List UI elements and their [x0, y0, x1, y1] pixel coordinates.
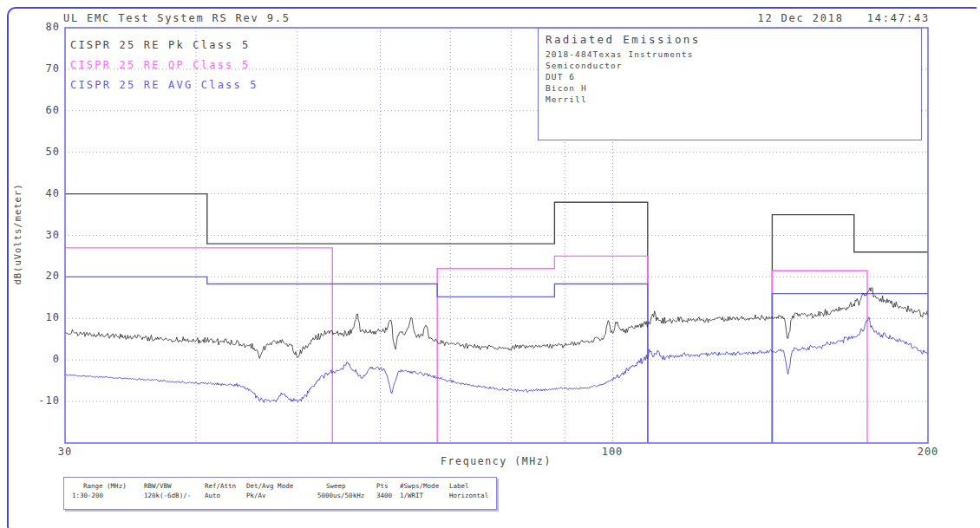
- emc-test-system-window: UL EMC Test System RS Rev 9.5 12 Dec 201…: [7, 7, 977, 528]
- info-box-line: Bicon H: [546, 83, 587, 93]
- settings-column: LabelHorizontal: [449, 481, 488, 500]
- settings-value: 1:30-200: [72, 491, 127, 500]
- settings-header: Label: [449, 481, 488, 491]
- settings-column: Range (MHz)1:30-200: [72, 481, 127, 500]
- settings-value: Horizontal: [449, 491, 488, 500]
- datetime-label: 12 Dec 2018 14:47:43: [668, 12, 930, 24]
- settings-value: Pk/Av: [246, 491, 293, 500]
- y-tick-label: 40: [29, 187, 60, 199]
- window-title: UL EMC Test System RS Rev 9.5: [63, 12, 291, 24]
- legend-item-2: CISPR 25 RE QP Class 5: [70, 59, 250, 71]
- legend-item-1: CISPR 25 RE Pk Class 5: [70, 39, 250, 51]
- settings-header: Ref/Attn: [205, 481, 236, 491]
- settings-column: Ref/AttnAuto: [205, 481, 236, 500]
- limit-line: [772, 215, 928, 443]
- settings-value: Auto: [205, 491, 236, 500]
- settings-column: #Swps/Mode1/WRIT: [400, 481, 439, 500]
- settings-header: #Swps/Mode: [400, 481, 439, 491]
- sweep-settings-table: Range (MHz)1:30-200RBW/VBW120k(-6dB)/-Re…: [63, 477, 497, 510]
- info-box-line: DUT 6: [546, 72, 575, 81]
- limit-line: [772, 294, 928, 443]
- info-box-line: Semiconductor: [546, 61, 623, 70]
- settings-value: 3400: [376, 491, 392, 500]
- limit-line: [772, 271, 867, 443]
- settings-column: RBW/VBW120k(-6dB)/-: [144, 481, 191, 500]
- settings-header: RBW/VBW: [144, 481, 191, 491]
- y-tick-label: 50: [29, 146, 60, 158]
- y-tick-label: 70: [29, 62, 60, 75]
- test-info-box: Radiated Emissions 2018-484Texas Instrum…: [538, 28, 922, 140]
- settings-header: Range (MHz): [83, 481, 127, 491]
- y-tick-label: -10: [29, 394, 60, 407]
- x-axis-label: Frequency (MHz): [366, 455, 626, 467]
- y-tick-label: 20: [29, 270, 60, 282]
- settings-column: Pts3400: [376, 481, 392, 500]
- info-box-line: 2018-484Texas Instruments: [546, 49, 694, 59]
- avg-measured-trace: [65, 317, 928, 403]
- settings-column: Det/Avg ModePk/Av: [246, 481, 293, 500]
- x-tick-label: 30: [46, 446, 84, 458]
- settings-header: Det/Avg Mode: [246, 481, 293, 491]
- y-tick-label: 10: [29, 311, 60, 323]
- x-tick-label: 200: [909, 446, 947, 458]
- y-axis-label: dB(uVolts/meter): [12, 104, 23, 364]
- settings-value: 5000us/50kHz: [317, 491, 364, 500]
- settings-column: Sweep5000us/50kHz: [317, 481, 364, 500]
- y-tick-label: 60: [29, 104, 60, 116]
- settings-value: 120k(-6dB)/-: [144, 491, 191, 500]
- y-tick-label: 0: [29, 353, 60, 365]
- settings-header: Pts: [376, 481, 392, 491]
- pk-measured-trace: [65, 288, 928, 359]
- info-box-title: Radiated Emissions: [546, 33, 701, 46]
- settings-value: 1/WRIT: [400, 491, 439, 500]
- legend-item-3: CISPR 25 RE AVG Class 5: [70, 79, 258, 91]
- info-box-line: Merrill: [546, 95, 587, 104]
- settings-header: Sweep: [326, 481, 364, 491]
- y-tick-label: 30: [29, 229, 60, 241]
- y-tick-label: 80: [29, 21, 60, 33]
